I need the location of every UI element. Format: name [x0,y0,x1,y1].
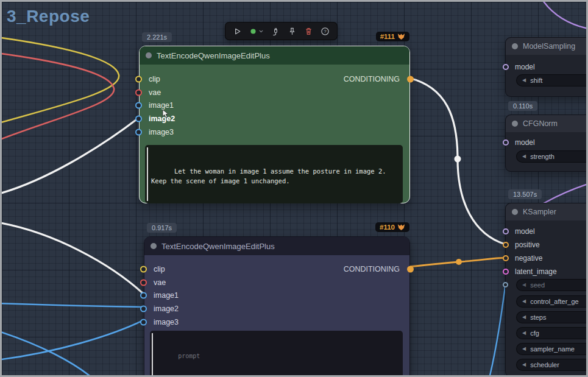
output-row-conditioning: CONDITIONING [144,263,409,275]
input-slot-latent-image[interactable] [503,269,509,275]
input-slot-model[interactable] [503,228,509,234]
output-slot-conditioning[interactable] [407,76,414,83]
input-slot-image1[interactable] [140,292,147,299]
help-icon: ? [321,27,330,36]
canvas-toolbar: ? [225,22,338,40]
collapse-dot[interactable] [512,121,518,127]
slot-label: image3 [154,318,179,326]
decrement-arrow-icon[interactable]: ◀ [522,315,526,320]
node-title: TextEncodeQwenImageEditPlus [161,242,275,251]
node-header[interactable]: ModelSampling [506,38,588,55]
widget-label: steps [530,314,546,321]
input-slot-image1[interactable] [135,102,142,109]
input-slot-seed[interactable] [503,282,508,287]
prompt-textarea[interactable]: prompt [150,331,403,377]
slot-label: image3 [149,128,174,136]
widget-cfg[interactable]: ◀ cfg [516,327,588,339]
node-id-badge[interactable]: #111 [376,32,409,41]
reroute-dot-orange[interactable] [456,259,462,265]
input-row-model: model [506,136,588,149]
widget-label: control_after_ge [530,298,579,305]
input-slot-model[interactable] [503,139,509,146]
collapse-dot[interactable] [512,209,518,215]
output-slot-conditioning[interactable] [407,266,414,273]
input-row-image2: image2 [144,303,409,315]
decrement-arrow-icon[interactable]: ◀ [522,331,526,336]
run-button[interactable] [233,27,242,36]
decrement-arrow-icon[interactable]: ◀ [522,299,526,304]
reroute-dot-white[interactable] [455,156,461,163]
input-slot-image3[interactable] [140,319,147,326]
widget-steps[interactable]: ◀ steps [516,311,588,323]
widget-seed[interactable]: ◀ seed [516,279,588,291]
input-slot-image3[interactable] [135,129,142,136]
wire-image3-bottom [2,320,143,360]
execution-time-badge: 13.507s [508,189,542,199]
input-row-image3: image3 [140,126,409,138]
play-icon [233,27,242,36]
input-slot-vae[interactable] [140,280,147,286]
widget-scheduler[interactable]: ◀ scheduler [516,359,588,371]
slot-label: model [515,227,535,236]
node-header[interactable]: TextEncodeQwenImageEditPlus [144,237,409,255]
input-slot-image2[interactable] [140,306,147,312]
input-slot-negative[interactable] [503,255,509,261]
decrement-arrow-icon[interactable]: ◀ [522,347,526,351]
collapse-dot[interactable] [512,43,518,49]
slot-label: model [515,63,535,71]
node-textencode-bottom[interactable]: 0.917s #110 TextEncodeQwenImageEditPlus … [144,236,410,377]
execution-time-badge: 0.110s [508,101,537,111]
node-cfgnorm[interactable]: 0.110s CFGNorm model ◀ strength [505,115,588,172]
widget-label: strength [530,153,554,160]
input-row-image3: image3 [144,316,409,328]
input-row-vae: vae [144,277,409,289]
node-ksampler[interactable]: 13.507s KSampler model positive negative… [505,203,588,377]
node-modelsampling[interactable]: ModelSampling model ◀ shift [505,37,588,97]
slot-label: vae [149,88,161,97]
wire-clip [2,37,119,124]
node-canvas[interactable]: 3_Repose ? [0,0,588,377]
execution-time-badge: 2.221s [142,32,172,42]
text-cursor [152,333,153,377]
widget-control-after-generate[interactable]: ◀ control_after_ge [516,295,588,308]
wire-vae [2,53,114,141]
svg-text:?: ? [324,29,327,34]
widget-shift[interactable]: ◀ shift [516,74,588,86]
slot-label: positive [515,241,540,249]
pin-icon [288,27,297,36]
decrement-arrow-icon[interactable]: ◀ [522,154,526,159]
node-title: ModelSampling [523,42,575,51]
widget-strength[interactable]: ◀ strength [516,150,588,163]
decrement-arrow-icon[interactable]: ◀ [522,78,526,83]
node-textencode-top[interactable]: 2.221s #111 TextEncodeQwenImageEditPlus … [139,46,410,203]
prompt-textarea[interactable]: Let the woman in image 1 assume the post… [145,145,403,203]
widget-sampler-name[interactable]: ◀ sampler_name [516,343,588,355]
slot-label: model [515,138,535,147]
collapse-dot[interactable] [146,52,152,58]
prompt-text: Let the woman in image 1 assume the post… [151,167,390,184]
mouse-cursor [162,109,171,119]
node-header[interactable]: KSampler [506,203,588,220]
link-button[interactable] [271,27,280,36]
help-button[interactable]: ? [321,27,330,36]
collapse-dot[interactable] [151,243,157,249]
node-header[interactable]: CFGNorm [506,115,588,132]
node-id-badge[interactable]: #110 [375,222,409,232]
status-button[interactable] [249,27,264,35]
node-title: KSampler [523,208,556,216]
input-slot-positive[interactable] [503,242,509,248]
chevron-down-icon [258,29,264,34]
wire-image2-top [2,118,138,194]
input-slot-image2[interactable] [135,116,142,122]
output-row-conditioning: CONDITIONING [140,73,409,85]
delete-button[interactable] [304,27,313,36]
green-dot-icon [249,27,257,35]
input-slot-vae[interactable] [135,90,142,96]
input-row-image1: image1 [144,289,409,301]
input-slot-model[interactable] [503,64,509,70]
decrement-arrow-icon[interactable]: ◀ [522,362,526,367]
node-header[interactable]: TextEncodeQwenImageEditPlus [140,46,409,65]
slot-label: CONDITIONING [344,75,400,83]
pin-button[interactable] [288,27,297,36]
wire-model-top [540,2,588,30]
